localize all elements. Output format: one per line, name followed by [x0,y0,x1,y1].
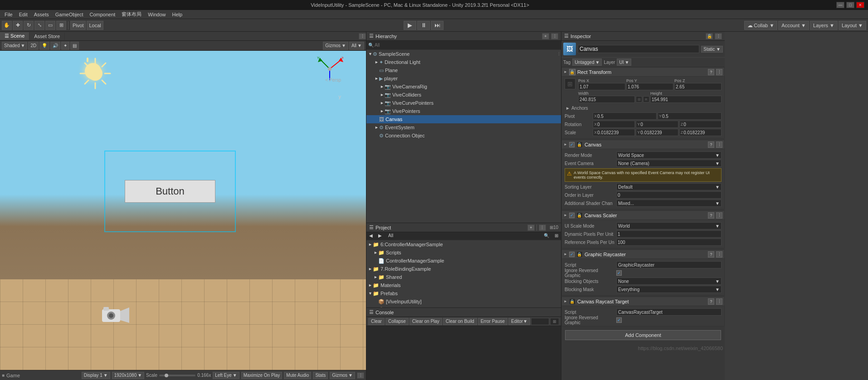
scale-y-field[interactable]: Y 0.0182239 [636,129,678,136]
canvas-scaler-header[interactable]: ► 🔒 Canvas Scaler ? ⋮ [562,211,724,220]
canvas-raycast-header[interactable]: ► 🔒 Canvas Raycast Target ? ⋮ [562,297,724,306]
transform-tool-button[interactable]: ⊞ [56,21,66,30]
rotation-y-field[interactable]: Y 0 [636,121,678,128]
pos-y-value[interactable]: 1.076 [626,83,673,90]
layers-button[interactable]: Layers ▼ [810,21,838,30]
pivot-dropdown[interactable]: Pivot [70,21,86,30]
menu-edit[interactable]: Edit [16,11,30,18]
local-dropdown[interactable]: Local [87,21,103,30]
proj-scripts1[interactable]: ►📁Scripts [366,248,561,257]
project-forward-btn[interactable]: ▶ [375,232,385,240]
static-button[interactable]: Static ▼ [701,46,723,53]
resolution-dropdown[interactable]: 1920x1080▼ [112,372,144,379]
inspector-lock-button[interactable]: 🔓 [706,33,713,39]
menu-help[interactable]: Help [169,11,185,18]
rotation-z-field[interactable]: Z 0 [679,121,722,128]
tree-item-canvas[interactable]: 🖼Canvas [366,115,561,123]
rect-transform-help[interactable]: ? [708,69,714,75]
raycaster-script-value[interactable]: GraphicRaycaster [616,261,722,268]
ui-scale-mode-dropdown[interactable]: World ▼ [616,222,722,229]
rect-transform-menu[interactable]: ⋮ [716,69,722,75]
collapse-button[interactable]: Collapse [385,318,409,325]
layer-dropdown[interactable]: UI▼ [617,58,631,66]
rect-transform-header[interactable]: ► 🔒 Rect Transform ? ⋮ [562,68,724,77]
tree-item-directional-light[interactable]: ►✦Directional Light [366,58,561,66]
scale-tool-button[interactable]: ⤡ [34,21,44,30]
event-camera-dropdown[interactable]: None (Camera) ▼ [616,160,722,167]
tag-dropdown[interactable]: Untagged▼ [572,58,602,66]
tree-item-vivecamerarig[interactable]: ►📷ViveCameraRig [366,83,561,91]
menu-assets[interactable]: Assets [31,11,52,18]
clear-on-build-button[interactable]: Clear on Build [443,318,477,325]
ignore-reversed-checkbox[interactable] [616,270,622,276]
shader-channels-dropdown[interactable]: Mixed... ▼ [616,200,722,207]
pivot-y-field[interactable]: Y 0.5 [658,112,722,120]
canvas-enabled-checkbox[interactable] [569,142,575,147]
raycaster-enabled-checkbox[interactable] [569,252,575,257]
lighting-button[interactable]: 💡 [39,42,49,50]
raycast-ignore-reversed-checkbox[interactable] [616,317,622,323]
tree-item-vivecurvepointers[interactable]: ►📷ViveCurvePointers [366,99,561,107]
raycaster-menu-btn[interactable]: ⋮ [716,251,722,258]
step-button[interactable]: ⏭ [431,21,444,30]
reference-pixels-value[interactable]: 100 [616,239,722,246]
canvas-menu-btn[interactable]: ⋮ [716,141,722,148]
effects-button[interactable]: ✦ [61,42,69,50]
layout-button[interactable]: Layout ▼ [839,21,866,30]
project-search-btn[interactable]: 🔍 [541,232,552,240]
raycaster-help-btn[interactable]: ? [708,251,714,258]
order-in-layer-value[interactable]: 0 [616,191,722,199]
canvas-help-btn[interactable]: ? [708,141,714,148]
hand-tool-button[interactable]: ✋ [2,21,12,30]
tree-item-vivecolliders[interactable]: ►📷ViveColliders [366,91,561,99]
scale-x-field[interactable]: X 0.0182239 [593,129,635,136]
close-button[interactable]: ✕ [856,2,864,8]
sorting-layer-dropdown[interactable]: Default ▼ [616,183,722,190]
console-search-input[interactable] [533,319,547,324]
game-panel-menu[interactable]: ⋮ [357,372,364,379]
width-value[interactable]: 240.815 [578,96,635,103]
scaler-help-btn[interactable]: ? [708,212,714,219]
menu-gameobject[interactable]: GameObject [53,11,86,18]
menu-layout[interactable]: 窗体布局 [119,10,144,19]
render-mode-dropdown[interactable]: World Space ▼ [616,151,722,159]
scale-slider[interactable] [159,375,195,376]
asset-store-tab[interactable]: Asset Store [29,33,65,40]
gizmos-dropdown[interactable]: Gizmos ▼ [323,42,348,50]
tree-item-connection[interactable]: ⚙Connection Objec [366,132,561,140]
game-gizmos-dropdown[interactable]: Gizmos▼ [330,372,355,379]
scale-z-field[interactable]: Z 0.0182239 [679,129,722,136]
scaler-enabled-checkbox[interactable] [569,213,575,218]
collab-button[interactable]: ☁ Collab ▼ [744,21,777,30]
proj-viveinput[interactable]: 📦[ViveInputUtility] [366,297,561,306]
display-dropdown[interactable]: Display 1▼ [82,372,110,379]
menu-window[interactable]: Window [145,11,168,18]
tree-item-samplescene[interactable]: ▼⚙SampleScene ⋮ [366,50,561,58]
hierarchy-search-input[interactable] [375,43,559,48]
raycast-target-menu-btn[interactable]: ⋮ [716,298,722,305]
raycast-target-help-btn[interactable]: ? [708,298,714,305]
height-value[interactable]: 154.991 [650,96,722,103]
project-menu-button[interactable]: ⋮ [539,224,546,231]
menu-file[interactable]: File [2,11,15,18]
object-name-input[interactable] [578,45,699,53]
move-tool-button[interactable]: ✚ [13,21,23,30]
clear-button[interactable]: Clear [368,318,385,325]
proj-controllerms[interactable]: 📄ControllerManagerSample [366,257,561,265]
scene-tab[interactable]: ☰ Scene [0,32,29,40]
proj-materials[interactable]: ►📁Materials [366,281,561,289]
pivot-x-field[interactable]: X 0.5 [593,112,657,120]
hierarchy-menu-button[interactable]: ⋮ [551,33,558,39]
proj-prefabs[interactable]: ▼📁Prefabs [366,289,561,297]
add-component-button[interactable]: Add Component [565,330,721,340]
tree-item-eventsystem[interactable]: ►⚙EventSystem [366,123,561,132]
scene-view-settings[interactable]: ▤ [70,42,79,50]
pos-z-value[interactable]: 2.65 [674,83,722,90]
blocking-mask-dropdown[interactable]: Everything ▼ [616,286,722,293]
rotate-tool-button[interactable]: ↻ [24,21,34,30]
left-eye-dropdown[interactable]: Left Eye▼ [213,372,239,379]
dynamic-pixels-value[interactable]: 1 [616,230,722,238]
blocking-objects-dropdown[interactable]: None ▼ [616,278,722,285]
clear-on-play-button[interactable]: Clear on Play [410,318,442,325]
graphic-raycaster-header[interactable]: ► 🔒 Graphic Raycaster ? ⋮ [562,250,724,259]
